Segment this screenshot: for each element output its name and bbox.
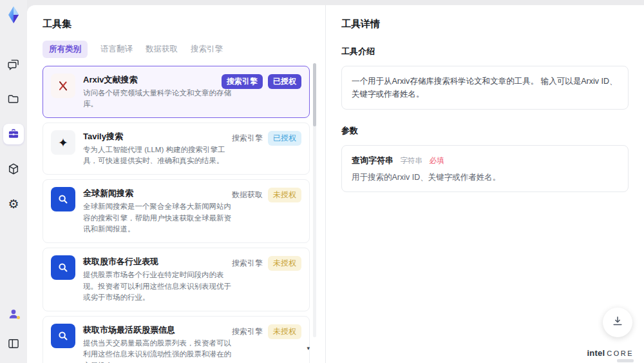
tool-desc: 提供当天交易量最高的股票列表，投资者可以利用这些信息来识别流动性强的股票和潜在的…	[83, 338, 236, 363]
sparkle-icon: ✦	[51, 130, 75, 155]
rail-bottom	[0, 304, 27, 354]
param-card: 查询字符串 字符串 必填 用于搜索的Arxiv ID、关键字或作者姓名。	[341, 145, 629, 192]
settings-gear-icon: ⚙	[8, 198, 19, 210]
tool-desc: 提供股票市场各个行业在特定时间段内的表现。投资者可以利用这些信息来识别表现优于或…	[83, 270, 236, 304]
category-tabs: 所有类别 语言翻译 数据获取 搜索引擎	[43, 41, 310, 58]
tool-desc: 专为人工智能代理 (LLM) 构建的搜索引擎工具，可快速提供实时、准确和真实的结…	[83, 144, 236, 168]
rail-nav: ⚙	[0, 54, 27, 214]
auth-badge: 已授权	[268, 74, 301, 89]
intro-heading: 工具介绍	[341, 46, 629, 57]
tool-row-tavily[interactable]: ✦ Tavily搜索 专为人工智能代理 (LLM) 构建的搜索引擎工具，可快速提…	[43, 123, 310, 175]
tool-name: 获取市场最活跃股票信息	[83, 324, 236, 337]
chat-icon	[7, 58, 20, 71]
app-logo-icon[interactable]	[5, 6, 23, 24]
search-icon	[51, 324, 75, 348]
tab-all-categories[interactable]: 所有类别	[43, 41, 88, 58]
tool-name: 获取股市各行业表现	[83, 255, 236, 268]
param-type: 字符串	[400, 157, 422, 164]
param-name: 查询字符串	[352, 155, 393, 165]
package-icon	[7, 162, 20, 175]
status-dot	[17, 316, 20, 319]
page-title: 工具集	[43, 18, 310, 30]
tool-row-arxiv[interactable]: Arxiv文献搜索 访问各个研究领域大量科学论文和文章的存储库。 搜索引擎 已授…	[43, 66, 310, 118]
sidebar-item-chat[interactable]	[3, 54, 24, 75]
category-badge: 搜索引擎	[232, 131, 263, 146]
params-heading: 参数	[341, 125, 629, 137]
main-panel: 工具集 所有类别 语言翻译 数据获取 搜索引擎 Arxiv文献搜索 访问各个研究…	[27, 5, 644, 363]
param-desc: 用于搜索的Arxiv ID、关键字或作者姓名。	[352, 172, 618, 183]
intro-box: 一个用于从Arxiv存储库搜索科学论文和文章的工具。 输入可以是Arxiv ID…	[341, 66, 629, 110]
panel-toggle-icon	[7, 337, 20, 350]
sidebar-item-tools[interactable]	[3, 124, 24, 144]
tab-data-fetch[interactable]: 数据获取	[146, 41, 178, 58]
intel-core-logo: intel core	[587, 348, 634, 358]
sidebar-item-files[interactable]	[3, 89, 24, 110]
detail-column: 工具详情 工具介绍 一个用于从Arxiv存储库搜索科学论文和文章的工具。 输入可…	[325, 5, 644, 363]
category-badge: 数据获取	[232, 188, 263, 202]
auth-badge: 已授权	[268, 131, 301, 146]
tab-search-engine[interactable]: 搜索引擎	[191, 41, 223, 58]
sidebar-item-packages[interactable]	[3, 159, 24, 179]
tool-name: Arxiv文献搜索	[83, 74, 236, 86]
detail-title: 工具详情	[341, 18, 629, 30]
list-scrollbar[interactable]	[313, 63, 316, 337]
category-badge: 搜索引擎	[232, 256, 263, 271]
brand-subtext	[617, 359, 634, 362]
category-badge: 搜索引擎	[222, 74, 263, 89]
scroll-down-caret[interactable]: ▾	[307, 345, 310, 351]
tools-column: 工具集 所有类别 语言翻译 数据获取 搜索引擎 Arxiv文献搜索 访问各个研究…	[27, 5, 325, 363]
tab-language-translation[interactable]: 语言翻译	[100, 41, 133, 58]
category-badge: 搜索引擎	[232, 324, 263, 339]
sidebar-item-account[interactable]	[3, 304, 24, 324]
search-icon	[51, 255, 75, 280]
left-rail: ⚙	[0, 0, 27, 363]
tool-list: Arxiv文献搜索 访问各个研究领域大量科学论文和文章的存储库。 搜索引擎 已授…	[43, 66, 310, 363]
search-icon	[51, 187, 75, 211]
download-icon	[611, 315, 624, 330]
tool-name: 全球新闻搜索	[83, 187, 236, 200]
param-required-flag: 必填	[429, 157, 444, 164]
auth-badge: 未授权	[268, 324, 301, 339]
tool-desc: 访问各个研究领域大量科学论文和文章的存储库。	[83, 88, 236, 111]
sidebar-item-settings[interactable]: ⚙	[3, 193, 24, 214]
scrollbar-thumb[interactable]	[313, 63, 316, 126]
sidebar-toggle[interactable]	[3, 333, 24, 354]
tool-row-global-news[interactable]: 全球新闻搜索 全球新闻搜索是一个聚合全球各大新闻网站内容的搜索引擎，帮助用户快速…	[43, 179, 310, 243]
tool-name: Tavily搜索	[83, 130, 236, 143]
tool-desc: 全球新闻搜索是一个聚合全球各大新闻网站内容的搜索引擎，帮助用户快速获取全球最新资…	[83, 201, 236, 235]
arxiv-icon	[51, 74, 75, 98]
tool-row-active-stocks[interactable]: 获取市场最活跃股票信息 提供当天交易量最高的股票列表，投资者可以利用这些信息来识…	[43, 316, 310, 363]
tool-row-sector-performance[interactable]: 获取股市各行业表现 提供股票市场各个行业在特定时间段内的表现。投资者可以利用这些…	[43, 248, 310, 311]
auth-badge: 未授权	[268, 256, 301, 271]
intro-text: 一个用于从Arxiv存储库搜索科学论文和文章的工具。 输入可以是Arxiv ID…	[352, 75, 618, 101]
download-button[interactable]	[603, 308, 632, 337]
toolbox-icon	[7, 128, 20, 141]
folder-icon	[7, 93, 20, 106]
auth-badge: 未授权	[268, 188, 301, 202]
